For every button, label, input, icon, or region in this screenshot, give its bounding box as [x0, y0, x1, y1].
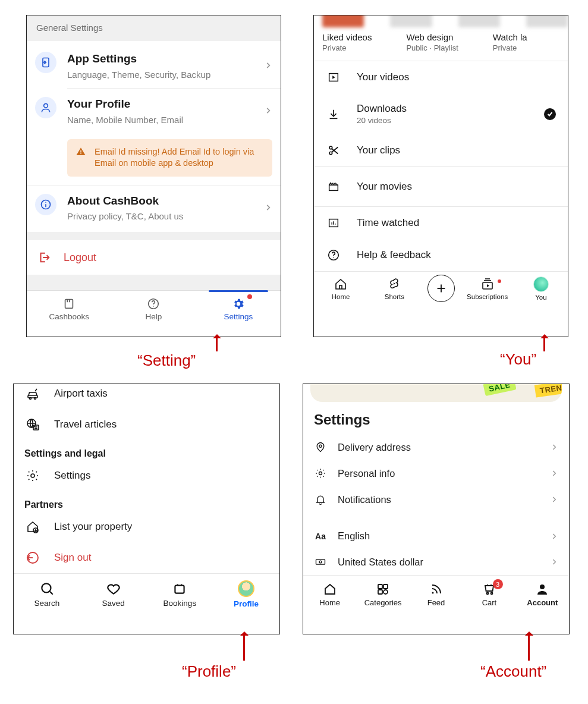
globe-news-icon: [24, 417, 41, 432]
item-your-profile[interactable]: Your Profile Name, Mobile Number, Email: [27, 89, 281, 133]
tab-label: You: [535, 294, 546, 301]
gear-icon: [314, 467, 327, 479]
svg-point-15: [329, 146, 332, 149]
trending-tag: TREN: [534, 384, 562, 398]
svg-rect-51: [378, 584, 382, 589]
info-icon: [35, 194, 56, 215]
annotation-arrow: [543, 336, 545, 351]
scissors-icon: [326, 144, 341, 157]
annotation-profile: “Profile”: [182, 662, 236, 681]
tab-home[interactable]: Home: [303, 576, 356, 614]
item-settings[interactable]: Settings: [24, 460, 269, 491]
item-list-property[interactable]: List your property: [24, 511, 269, 542]
row-downloads[interactable]: Downloads 20 videos: [314, 93, 568, 134]
logout-label: Logout: [64, 252, 96, 264]
create-button[interactable]: [427, 275, 455, 302]
row-language[interactable]: Aa English: [303, 523, 569, 549]
playlists-row[interactable]: Liked videos Private Web design Public ·…: [314, 32, 568, 61]
item-subtitle: Name, Mobile Number, Email: [67, 115, 264, 125]
playlist-web-design[interactable]: Web design Public · Playlist: [406, 32, 458, 52]
sale-banner[interactable]: SALE TREN: [310, 384, 562, 402]
row-delivery-address[interactable]: Delivery address: [303, 434, 569, 460]
tab-account[interactable]: Account: [516, 576, 569, 614]
svg-point-2: [44, 103, 48, 108]
bottom-nav: Home Shorts Subscriptions You: [314, 271, 568, 305]
tab-settings[interactable]: Settings: [196, 291, 281, 328]
playlist-title: Web design: [406, 32, 458, 42]
sale-tag: SALE: [483, 384, 517, 396]
row-notifications[interactable]: Notifications: [303, 486, 569, 513]
tab-profile[interactable]: Profile: [213, 574, 279, 614]
bell-icon: [314, 494, 327, 505]
svg-point-44: [42, 583, 51, 592]
row-label: Your clips: [357, 144, 400, 156]
tab-label: Shorts: [385, 293, 404, 300]
tab-feed[interactable]: Feed: [410, 576, 463, 614]
row-your-videos[interactable]: Your videos: [314, 61, 568, 93]
svg-rect-52: [383, 584, 388, 589]
chevron-right-icon: [550, 558, 558, 566]
row-label: Notifications: [338, 494, 391, 505]
tab-search[interactable]: Search: [14, 574, 80, 614]
settings-list: App Settings Language, Theme, Security, …: [27, 41, 281, 232]
tab-shorts[interactable]: Shorts: [367, 277, 421, 300]
tab-subscriptions[interactable]: Subscriptions: [461, 277, 514, 300]
svg-point-54: [383, 590, 388, 594]
tab-bookings[interactable]: Bookings: [147, 574, 213, 614]
item-about[interactable]: About CashBook Privacy policy, T&C, Abou…: [27, 186, 281, 230]
playlist-sub: Private: [493, 43, 527, 52]
logout-button[interactable]: Logout: [27, 240, 281, 275]
person-icon: [35, 97, 56, 118]
email-missing-warning[interactable]: Email Id missing! Add Email Id to login …: [67, 139, 272, 177]
row-time-watched[interactable]: Time watched: [314, 207, 568, 239]
row-label: United States dollar: [338, 557, 423, 568]
svg-rect-53: [378, 590, 382, 594]
svg-point-7: [45, 202, 46, 203]
item-title: App Settings: [67, 52, 264, 66]
play-outline-icon: [326, 71, 341, 84]
tab-cart[interactable]: 3 Cart: [463, 576, 515, 614]
row-help-feedback[interactable]: Help & feedback: [314, 239, 568, 271]
row-label: Delivery address: [338, 442, 411, 453]
tab-you[interactable]: You: [514, 276, 568, 301]
item-label: List your property: [54, 521, 132, 533]
row-label: Your videos: [357, 71, 409, 83]
tab-saved[interactable]: Saved: [80, 574, 147, 614]
item-app-settings[interactable]: App Settings Language, Theme, Security, …: [27, 43, 281, 88]
item-label: Travel articles: [54, 419, 117, 430]
tab-label: Feed: [427, 598, 445, 607]
annotation-you: “You”: [500, 350, 536, 369]
row-your-clips[interactable]: Your clips: [314, 134, 568, 166]
sign-out-icon: [24, 551, 41, 565]
tab-cashbooks[interactable]: Cashbooks: [27, 291, 111, 328]
playlist-liked-videos[interactable]: Liked videos Private: [322, 32, 372, 52]
tab-home[interactable]: Home: [314, 277, 367, 300]
svg-point-57: [490, 593, 492, 595]
svg-line-45: [49, 591, 52, 594]
svg-point-55: [432, 592, 433, 594]
chevron-right-icon: [264, 61, 272, 70]
annotation-arrow: [243, 633, 245, 661]
row-sublabel: 20 videos: [357, 116, 529, 125]
row-currency[interactable]: United States dollar: [303, 549, 569, 575]
tab-help[interactable]: Help: [111, 291, 196, 328]
warning-icon: [76, 146, 86, 157]
bottom-nav: Home Categories Feed 3 Cart Account: [303, 575, 569, 614]
item-travel-articles[interactable]: Travel articles: [24, 409, 269, 440]
tab-label: Cart: [482, 598, 497, 607]
item-airport-taxis[interactable]: Airport taxis: [24, 384, 269, 409]
settings-heading: Settings: [303, 410, 569, 434]
row-your-movies[interactable]: Your movies: [314, 167, 568, 206]
svg-rect-3: [80, 150, 81, 152]
chevron-right-icon: [550, 532, 558, 540]
annotation-arrow: [528, 633, 530, 661]
row-personal-info[interactable]: Personal info: [303, 460, 569, 486]
tab-label: Profile: [234, 599, 259, 608]
playlist-watch-later[interactable]: Watch la Private: [493, 32, 527, 52]
sign-out-button[interactable]: Sign out: [24, 542, 269, 573]
item-subtitle: Privacy policy, T&C, About us: [67, 211, 264, 221]
tab-label: Saved: [102, 599, 124, 608]
screenshot-cashbook: General Settings App Settings Language, …: [26, 15, 281, 337]
tab-label: Help: [146, 312, 162, 321]
tab-categories[interactable]: Categories: [356, 576, 409, 614]
